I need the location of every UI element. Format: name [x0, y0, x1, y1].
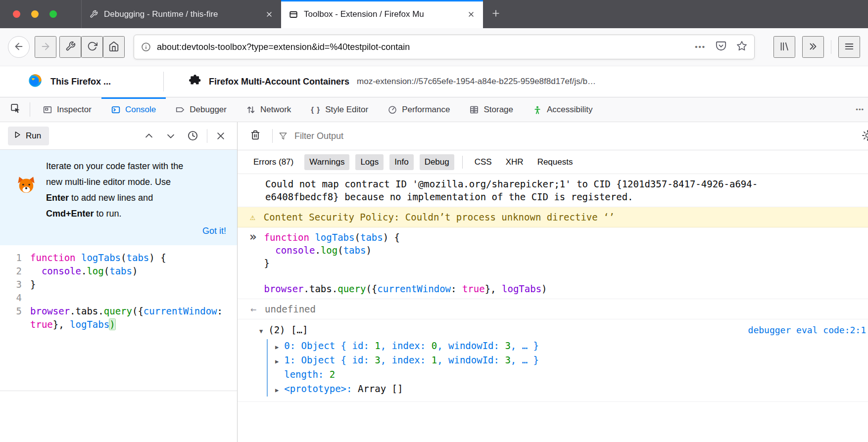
- pocket-icon[interactable]: [716, 41, 726, 53]
- wrench-icon: [90, 10, 98, 18]
- back-button[interactable]: [8, 36, 30, 58]
- debugger-icon: [176, 105, 185, 114]
- tab-debugger[interactable]: Debugger: [166, 97, 237, 122]
- console-icon: [111, 105, 120, 114]
- input-prompt-icon: »: [249, 231, 256, 243]
- editor-line[interactable]: 1function logTabs(tabs) {: [0, 251, 237, 265]
- editor-scroll-rule: [0, 391, 237, 391]
- filter-requests[interactable]: Requests: [533, 154, 577, 170]
- tab-label: Console: [125, 105, 156, 115]
- zoom-window-button[interactable]: [49, 10, 57, 18]
- tab-performance[interactable]: Performance: [378, 97, 460, 122]
- extension-name: Firefox Multi-Account Containers: [209, 77, 349, 87]
- inspector-icon: [43, 105, 52, 114]
- tab-label: Style Editor: [325, 105, 368, 115]
- close-icon[interactable]: [265, 10, 273, 18]
- source-location-link[interactable]: debugger eval code:2:1: [738, 324, 866, 337]
- console-message-command: »function logTabs(tabs) { console.log(ta…: [238, 227, 868, 299]
- console-settings-gear-icon[interactable]: [862, 130, 868, 141]
- previous-expression-button[interactable]: [138, 131, 160, 141]
- tab-storage[interactable]: Storage: [460, 97, 523, 122]
- puzzle-piece-icon: [189, 74, 201, 89]
- info-icon[interactable]: [141, 42, 151, 52]
- browser-tab-debugging[interactable]: Debugging - Runtime / this-fire: [81, 0, 281, 28]
- forward-arrow-icon: [40, 41, 51, 53]
- bookmark-star-icon[interactable]: [736, 41, 747, 53]
- filter-funnel-icon: [279, 132, 288, 140]
- line-number: 4: [0, 291, 30, 305]
- tab-style-editor[interactable]: Style Editor: [301, 97, 378, 122]
- browser-toolbox-button[interactable]: [59, 36, 81, 58]
- clear-console-button[interactable]: [244, 130, 266, 142]
- tab-network[interactable]: Network: [237, 97, 301, 122]
- filter-xhr[interactable]: XHR: [502, 154, 528, 170]
- app-menu-button[interactable]: [838, 36, 860, 58]
- expand-twisty-icon[interactable]: ▶: [275, 341, 279, 354]
- editor-line[interactable]: 3}: [0, 278, 237, 291]
- console-filter-bar: Errors (87)WarningsLogsInfoDebug CSSXHRR…: [238, 150, 868, 174]
- level-filter-group: Errors (87)WarningsLogsInfoDebug: [248, 154, 454, 170]
- page-actions-icon[interactable]: [695, 43, 706, 51]
- console-message-error: Could not map contract ID '@mozilla.org/…: [238, 174, 868, 207]
- console-toolbar: [238, 122, 868, 150]
- history-clock-button[interactable]: [182, 130, 204, 141]
- home-button[interactable]: [103, 36, 125, 58]
- editor-tip-notification: Iterate on your code faster with thenew …: [0, 150, 237, 245]
- node-picker-button[interactable]: [4, 97, 27, 122]
- console-output[interactable]: Could not map contract ID '@mozilla.org/…: [238, 174, 868, 442]
- close-window-button[interactable]: [13, 10, 20, 18]
- debug-target-header: This Firefox ... Firefox Multi-Account C…: [0, 66, 868, 97]
- reload-button[interactable]: [81, 36, 103, 58]
- tab-label: Performance: [402, 105, 450, 115]
- more-tools-menu-button[interactable]: [854, 97, 866, 122]
- expand-twisty-icon[interactable]: ▶: [275, 384, 279, 397]
- hamburger-menu-icon: [844, 41, 855, 53]
- editor-line[interactable]: 5browser.tabs.query({currentWindow:: [0, 305, 237, 318]
- close-icon[interactable]: [467, 10, 475, 18]
- navigation-toolbar: about:devtools-toolbox?type=extension&id…: [0, 28, 868, 66]
- editor-line[interactable]: 4: [0, 291, 237, 305]
- filter-css[interactable]: CSS: [471, 154, 496, 170]
- line-number: 2: [0, 265, 30, 278]
- expand-twisty-icon[interactable]: ▶: [275, 355, 279, 368]
- chevrons-right-icon: [808, 41, 819, 53]
- close-editor-button[interactable]: [210, 131, 231, 141]
- tab-console[interactable]: Console: [101, 97, 166, 122]
- accessibility-person-icon: [533, 105, 542, 114]
- filter-info[interactable]: Info: [389, 154, 413, 170]
- run-button[interactable]: Run: [8, 127, 49, 145]
- network-updown-icon: [246, 105, 255, 114]
- got-it-link[interactable]: Got it!: [46, 223, 226, 239]
- filter-output-input[interactable]: [293, 131, 868, 142]
- devtools-tabbar: Inspector Console Debugger Network Style…: [0, 97, 868, 122]
- back-arrow-icon: [13, 41, 24, 53]
- forward-button[interactable]: [35, 36, 56, 58]
- editor-line[interactable]: true}, logTabs): [0, 318, 237, 331]
- editor-code[interactable]: 1function logTabs(tabs) {2 console.log(t…: [0, 245, 237, 442]
- tab-accessibility[interactable]: Accessibility: [523, 97, 603, 122]
- trash-icon: [250, 130, 260, 142]
- play-icon: [14, 131, 21, 141]
- browser-tab-toolbox[interactable]: Toolbox - Extension / Firefox Mu: [281, 0, 483, 28]
- next-expression-button[interactable]: [160, 131, 182, 141]
- minimize-window-button[interactable]: [31, 10, 39, 18]
- tab-inspector[interactable]: Inspector: [33, 97, 101, 122]
- filter-logs[interactable]: Logs: [355, 154, 384, 170]
- collapse-twisty-icon[interactable]: ▼: [259, 325, 263, 338]
- library-button[interactable]: [773, 36, 795, 58]
- url-bar[interactable]: about:devtools-toolbox?type=extension&id…: [134, 35, 755, 59]
- overflow-menu-button[interactable]: [802, 36, 824, 58]
- tip-text: Iterate on your code faster with thenew …: [46, 161, 183, 219]
- filter-warnings[interactable]: Warnings: [304, 154, 349, 170]
- filter-errors-87[interactable]: Errors (87): [248, 154, 298, 170]
- result-arrow-icon: ←: [250, 303, 256, 315]
- line-number: 1: [0, 251, 30, 265]
- object-property-row: ▶0: Object { id: 1, index: 0, windowId: …: [275, 339, 866, 354]
- new-tab-button[interactable]: [483, 0, 509, 28]
- url-text[interactable]: about:devtools-toolbox?type=extension&id…: [157, 42, 690, 52]
- filter-debug[interactable]: Debug: [420, 154, 454, 170]
- editor-line[interactable]: 2 console.log(tabs): [0, 265, 237, 278]
- storage-icon: [470, 105, 479, 114]
- runtime-info: This Firefox ...: [0, 73, 163, 90]
- tabbar-separator: [30, 102, 30, 117]
